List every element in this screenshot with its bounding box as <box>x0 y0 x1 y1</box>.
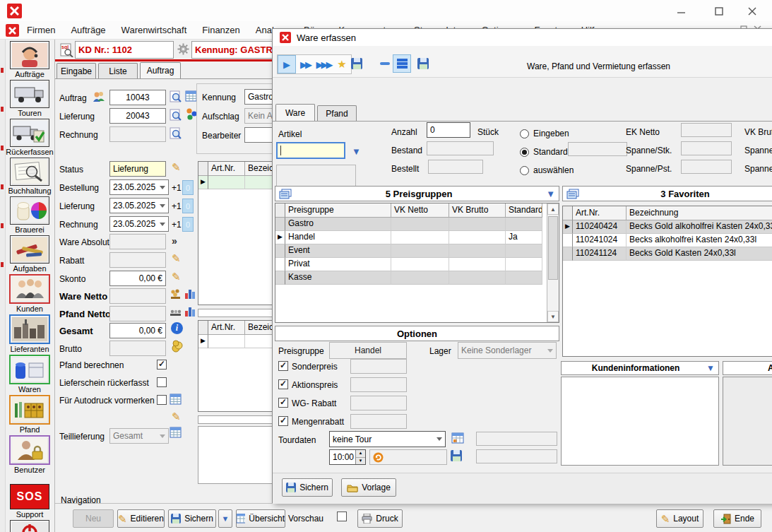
sql-note-icon[interactable]: sql <box>59 42 73 57</box>
menu-warenwirtschaft[interactable]: Warenwirtschaft <box>119 23 190 37</box>
rechnung-search-icon[interactable] <box>170 127 182 140</box>
tab-auftrag[interactable]: Auftrag <box>140 62 181 78</box>
teillieferung-table-icon[interactable] <box>170 427 182 439</box>
preisgruppe-row[interactable]: Event <box>275 244 559 258</box>
preisgruppen-grid[interactable]: Preisgruppe VK Netto VK Brutto Standard … <box>275 203 559 323</box>
dialog-sichern-button[interactable]: Sichern <box>282 478 333 497</box>
wg-rabatt-checkbox[interactable] <box>278 398 288 408</box>
favoriten-header[interactable]: 3 Favoriten <box>562 186 772 201</box>
sidebar-item-benutzer[interactable]: Benutzer <box>9 435 50 474</box>
brutto-coins-icon[interactable] <box>171 340 183 353</box>
artikel-combo-input[interactable] <box>276 142 345 159</box>
aktionspreis-checkbox[interactable] <box>278 379 288 389</box>
tab-eingabe[interactable]: Eingabe <box>57 63 96 78</box>
auftrag-search-icon[interactable] <box>170 90 182 103</box>
preisgruppen-scrollbar[interactable]: ▲ ▼ <box>547 203 559 322</box>
preisgruppe-row-selected[interactable]: ▶HandelJa <box>275 231 559 244</box>
collapse-rows-icon[interactable] <box>376 54 394 73</box>
tour-calendar-icon[interactable] <box>451 432 464 444</box>
sidebar-item-buchhaltung[interactable]: Buchhaltung <box>8 158 51 195</box>
pfand-netto-abacus-icon[interactable] <box>170 307 182 317</box>
dialog-tab-pfand[interactable]: Pfand <box>317 105 357 122</box>
favorit-row[interactable]: 110241124Becks Gold Kasten 24x0,33l <box>563 247 772 261</box>
toolbar-save-icon[interactable] <box>348 54 366 73</box>
sidebar-item-brauerei[interactable]: Brauerei <box>10 196 49 234</box>
tour-save-icon[interactable] <box>451 450 462 461</box>
customer-contact-icon[interactable] <box>93 90 105 103</box>
autodruck-checkbox[interactable] <box>157 395 167 405</box>
lieferung-search-icon[interactable] <box>170 109 182 122</box>
dialog-tab-ware[interactable]: Ware <box>275 104 315 122</box>
favorit-row[interactable]: 110241024Becks alkoholfrei Kasten 24x0,3… <box>563 234 772 247</box>
kundeninfo-header[interactable]: Kundeninformationen ▼ <box>561 361 719 375</box>
teillieferung-combo[interactable]: Gesamt <box>109 428 169 444</box>
preisgruppe-row[interactable]: Gastro <box>275 218 559 231</box>
ware-absolut-field[interactable] <box>109 234 166 249</box>
close-button[interactable] <box>742 4 763 18</box>
menu-auftraege[interactable]: Aufträge <box>68 23 108 37</box>
toolbar-save2-icon[interactable] <box>414 54 432 73</box>
pfand-netto-chart-icon[interactable] <box>184 305 196 317</box>
ware-absolut-expand[interactable]: » <box>172 235 177 247</box>
sidebar-item-kunden[interactable]: Kunden <box>9 274 50 313</box>
neu-button[interactable]: Neu <box>73 509 114 528</box>
sonderpreis-checkbox[interactable] <box>278 361 288 371</box>
preisgruppe-row[interactable]: Kasse <box>275 271 559 285</box>
rechnung-plus-one[interactable]: +1 <box>172 220 182 230</box>
rechnung-number-field[interactable] <box>109 126 166 142</box>
gear-icon[interactable] <box>177 43 189 55</box>
list-view-icon[interactable] <box>393 54 411 73</box>
menu-firmen[interactable]: Firmen <box>24 23 58 37</box>
sidebar-item-touren[interactable]: Touren <box>10 80 49 117</box>
kundeninfo-collapse-icon[interactable]: ▼ <box>706 364 715 372</box>
tour-time-spinner[interactable]: 10:00 ▲ ▼ <box>329 449 366 465</box>
ware-netto-group-icon[interactable] <box>170 288 182 300</box>
dialog-title-bar[interactable]: Ware erfassen <box>273 29 772 46</box>
gesamt-info-icon[interactable]: i <box>171 322 183 334</box>
bestellung-plus-one[interactable]: +1 <box>172 183 182 193</box>
pfand-berechnen-checkbox[interactable] <box>157 360 167 370</box>
maximize-button[interactable] <box>708 4 730 18</box>
preisgruppe-row[interactable]: Privat <box>275 258 559 271</box>
rabatt-edit-pencil-icon[interactable]: ✎ <box>172 253 181 264</box>
last-record-icon[interactable]: ▶▶▶ <box>314 55 333 73</box>
tour-combo[interactable]: keine Tour <box>329 431 446 447</box>
ware-netto-chart-icon[interactable] <box>184 288 196 300</box>
lieferung-date-combo[interactable]: 23.05.2025 <box>109 198 169 213</box>
rechnung-date-combo[interactable]: 23.05.2025 <box>109 216 169 232</box>
favoriten-grid[interactable]: Art.Nr. Bezeichnung ▶110240424Becks Gold… <box>562 206 772 357</box>
minimize-button[interactable] <box>671 4 692 18</box>
sidebar-item-auftraege[interactable]: Aufträge <box>10 41 49 78</box>
auftrag-number-field[interactable]: 10043 <box>109 90 166 105</box>
favorit-row-selected[interactable]: ▶110240424Becks Gold alkoholfrei Kasten … <box>563 220 772 234</box>
ende-button[interactable]: Ende <box>713 509 761 528</box>
skonto-edit-pencil-icon[interactable]: ✎ <box>172 271 181 282</box>
sidebar-item-rueckerfassen[interactable]: Rückerfassen <box>6 119 53 156</box>
sidebar-item-support[interactable]: SOS Support <box>10 484 49 519</box>
tour-status-dots-icon[interactable] <box>186 107 197 122</box>
radio-auswaehlen[interactable]: auswählen <box>520 165 574 175</box>
note-edit-pencil-icon[interactable]: ✎ <box>172 411 181 422</box>
vorschau-checkbox[interactable] <box>337 512 347 521</box>
sichern-button[interactable]: Sichern <box>168 509 216 528</box>
next-record-icon[interactable]: ▶ <box>278 55 296 73</box>
status-edit-pencil-icon[interactable]: ✎ <box>172 162 181 172</box>
sidebar-item-ende[interactable]: Ende <box>10 520 49 532</box>
sidebar-item-aufgaben[interactable]: Aufgaben <box>10 235 49 273</box>
rabatt-field[interactable] <box>109 252 166 268</box>
lieferung-number-field[interactable]: 20043 <box>109 108 166 124</box>
sichern-dropdown-button[interactable]: ▼ <box>218 509 232 528</box>
auftrag-table-icon[interactable] <box>185 90 197 102</box>
artikel-dropdown-icon[interactable]: ▼ <box>352 147 361 156</box>
preisgruppen-collapse-icon[interactable]: ▼ <box>546 189 555 199</box>
dialog-vorlage-button[interactable]: Vorlage <box>341 478 396 497</box>
artikelinfo-header[interactable]: A <box>723 361 772 375</box>
preisgruppen-header[interactable]: 5 Preisgruppen ▼ <box>275 186 559 201</box>
sidebar-item-pfand[interactable]: Pfand <box>9 395 50 434</box>
status-field[interactable]: Lieferung <box>109 161 166 177</box>
lager-combo[interactable]: Keine Sonderlager <box>458 342 557 359</box>
tab-liste[interactable]: Liste <box>98 63 138 78</box>
lieferschein-checkbox[interactable] <box>157 377 167 387</box>
autodruck-table-icon[interactable] <box>170 394 182 406</box>
sidebar-item-waren[interactable]: Waren <box>9 355 50 394</box>
